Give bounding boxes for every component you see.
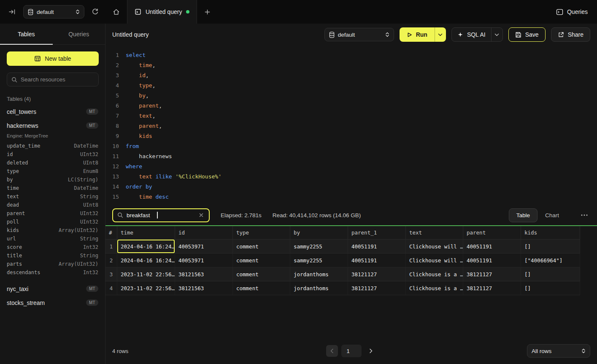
table-cell[interactable]: comment	[233, 253, 290, 267]
editor-line[interactable]: 10from	[109, 141, 597, 151]
table-cell[interactable]: comment	[233, 240, 290, 253]
sql-editor[interactable]: 1select2 time,3 id,4 type,5 by,6 parent,…	[105, 46, 597, 202]
table-cell[interactable]: 38121563	[175, 281, 233, 295]
sql-ai-chevron[interactable]	[491, 28, 502, 41]
results-search-input[interactable]	[127, 212, 154, 218]
table-row[interactable]: 12024-04-16 16:24…40053971commentsammy22…	[105, 240, 580, 253]
table-cell[interactable]: sammy2255	[290, 253, 348, 267]
table-cell[interactable]: []	[521, 267, 580, 281]
tab-label: Untitled query	[146, 8, 182, 15]
editor-line[interactable]: 12where	[109, 161, 597, 171]
table-cell[interactable]: jordanthoms	[290, 267, 348, 281]
table-cell[interactable]: Clickhouse will …	[406, 240, 463, 253]
editor-line[interactable]: 3 id,	[109, 70, 597, 80]
view-toggle-table[interactable]: Table	[509, 208, 538, 222]
table-cell[interactable]: 40051191	[463, 253, 521, 267]
results-search[interactable]	[112, 208, 210, 222]
topbar-database-selector[interactable]: default	[23, 5, 84, 19]
table-row[interactable]: 22024-04-16 16:24…40053971commentsammy22…	[105, 253, 580, 267]
editor-line[interactable]: 9 kids	[109, 131, 597, 141]
save-button[interactable]: Save	[508, 27, 546, 42]
table-cell[interactable]: 38121127	[348, 267, 406, 281]
sql-ai-main[interactable]: SQL AI	[452, 28, 491, 41]
column-header[interactable]: id	[175, 226, 233, 240]
tab-untitled-query[interactable]: Untitled query	[127, 0, 197, 24]
sidebar-table-item[interactable]: hackernewsMT	[0, 119, 105, 132]
table-cell[interactable]: 2023-11-02 22:56…	[117, 267, 175, 281]
column-header[interactable]: parent_1	[348, 226, 406, 240]
table-cell[interactable]: ["40066964"]	[521, 253, 580, 267]
page-number-input[interactable]: 1	[341, 345, 362, 357]
editor-line[interactable]: 13 text ilike '%ClickHouse%'	[109, 171, 597, 181]
table-cell[interactable]: 40051191	[348, 240, 406, 253]
resource-search-input[interactable]	[21, 76, 94, 83]
rows-per-page-select[interactable]: All rows	[527, 344, 590, 358]
table-cell[interactable]: 2024-04-16 16:24…	[117, 253, 175, 267]
editor-line[interactable]: 7 text,	[109, 111, 597, 121]
column-header[interactable]: parent	[463, 226, 521, 240]
editor-line[interactable]: 11 hackernews	[109, 151, 597, 161]
new-tab-button[interactable]	[197, 0, 218, 24]
editor-line[interactable]: 14order by	[109, 181, 597, 191]
table-cell[interactable]: jordanthoms	[290, 281, 348, 295]
column-header[interactable]: type	[233, 226, 290, 240]
table-row[interactable]: 42023-11-02 22:56…38121563commentjordant…	[105, 281, 580, 295]
table-cell[interactable]: 2024-04-16 16:24…	[117, 240, 175, 253]
table-cell[interactable]: comment	[233, 281, 290, 295]
editor-line[interactable]: 4 type,	[109, 80, 597, 90]
collapse-sidebar-button[interactable]	[7, 6, 18, 17]
home-tab[interactable]	[105, 0, 127, 24]
view-toggle-chart[interactable]: Chart	[538, 208, 567, 222]
sidebar-table-item[interactable]: cell_towersMT	[0, 105, 105, 119]
table-cell[interactable]: []	[521, 281, 580, 295]
sql-ai-button[interactable]: SQL AI	[451, 27, 503, 42]
sidebar-tab-queries[interactable]: Queries	[53, 24, 105, 44]
query-database-selector[interactable]: default	[324, 28, 394, 41]
table-cell[interactable]: 2023-11-02 22:56…	[117, 281, 175, 295]
column-header[interactable]: text	[406, 226, 463, 240]
table-column-row: titleString	[0, 251, 105, 260]
table-row[interactable]: 32023-11-02 22:56…38121563commentjordant…	[105, 267, 580, 281]
editor-line[interactable]: 6 parent,	[109, 100, 597, 111]
results-menu-button[interactable]	[578, 212, 590, 218]
column-header[interactable]: time	[117, 226, 175, 240]
table-cell[interactable]: sammy2255	[290, 240, 348, 253]
table-cell[interactable]: []	[521, 240, 580, 253]
run-button-main[interactable]: Run	[400, 27, 435, 42]
sidebar-table-item[interactable]: nyc_taxiMT	[0, 282, 105, 296]
column-header[interactable]: kids	[521, 226, 580, 240]
table-cell[interactable]: Clickhouse will …	[406, 253, 463, 267]
editor-line[interactable]: 8 parent,	[109, 121, 597, 131]
table-cell[interactable]: 38121127	[463, 281, 521, 295]
resource-search[interactable]	[7, 73, 99, 86]
queries-button[interactable]: Queries	[556, 8, 588, 15]
run-button[interactable]: Run	[400, 27, 446, 42]
prev-page-button[interactable]	[326, 345, 338, 357]
column-header[interactable]: #	[105, 226, 117, 240]
run-options-chevron[interactable]	[435, 27, 446, 42]
table-cell[interactable]: Clickhouse is a …	[406, 267, 463, 281]
table-cell[interactable]: 38121127	[348, 281, 406, 295]
pagination: 1	[326, 345, 377, 357]
refresh-button[interactable]	[90, 7, 100, 17]
chevron-right-icon	[369, 348, 373, 353]
editor-line[interactable]: 1select	[109, 50, 597, 60]
share-button[interactable]: Share	[551, 27, 590, 42]
table-cell[interactable]: 38121127	[463, 267, 521, 281]
editor-line[interactable]: 5 by,	[109, 90, 597, 100]
editor-line[interactable]: 15 time desc	[109, 191, 597, 202]
table-cell[interactable]: 40053971	[175, 240, 233, 253]
table-cell[interactable]: 40051191	[463, 240, 521, 253]
table-cell[interactable]: Clickhouse is a …	[406, 281, 463, 295]
editor-line[interactable]: 2 time,	[109, 60, 597, 70]
table-cell[interactable]: comment	[233, 267, 290, 281]
table-cell[interactable]: 38121563	[175, 267, 233, 281]
column-header[interactable]: by	[290, 226, 348, 240]
sidebar-table-item[interactable]: stocks_streamMT	[0, 296, 105, 310]
new-table-button[interactable]: New table	[7, 51, 99, 66]
clear-search-button[interactable]	[198, 212, 205, 218]
next-page-button[interactable]	[365, 345, 377, 357]
table-cell[interactable]: 40053971	[175, 253, 233, 267]
sidebar-tab-tables[interactable]: Tables	[0, 24, 53, 44]
table-cell[interactable]: 40051191	[348, 253, 406, 267]
